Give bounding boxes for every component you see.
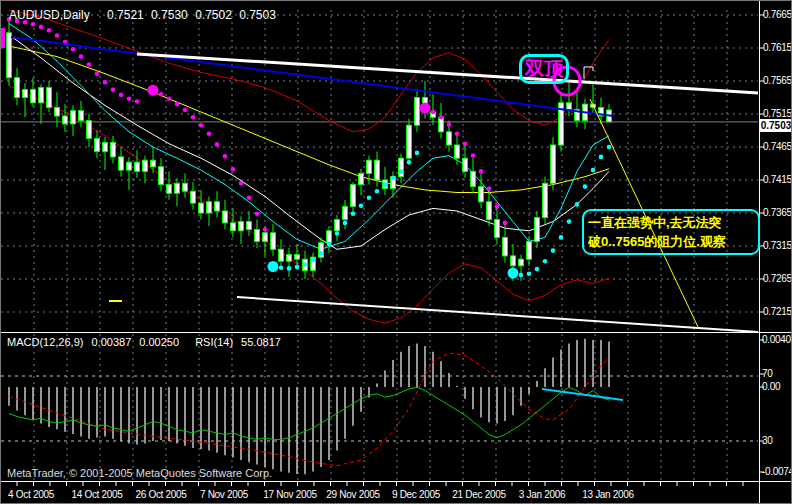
price-label: 0.7365 [763, 207, 792, 219]
indicator-scale-label: 0.00406 [762, 334, 792, 346]
annotation-note-line2: 破0..7565的阻力位.观察 [588, 232, 756, 251]
open-value: 0.7521 [107, 8, 144, 22]
trendline-white-upper[interactable] [137, 54, 758, 93]
price-label: 0.7565 [763, 75, 792, 87]
price-label: 0.7415 [763, 174, 792, 186]
date-label: 3 Jan 2006 [510, 489, 574, 501]
bollinger_lower-line [9, 86, 609, 324]
price-label: 0.7265 [763, 273, 792, 285]
price-label: 0.7315 [763, 240, 792, 252]
date-label: 17 Nov 2005 [258, 489, 322, 501]
date-label: 4 Oct 2005 [0, 489, 63, 501]
indicator-label: MACD(12,26,9) 0.00387 0.00250 RSI(14) 55… [7, 336, 286, 348]
chart-title: AUDUSD,Daily 0.7521 0.7530 0.7502 0.7503 [9, 8, 280, 22]
close-value: 0.7503 [239, 8, 276, 22]
macd-name: MACD(12,26,9) [7, 336, 83, 348]
rsi-value: 55.0817 [241, 336, 281, 348]
ma_fast-line [9, 24, 609, 250]
date-label: 29 Nov 2005 [321, 489, 385, 501]
current-price-tag: 0.7503 [759, 119, 792, 132]
price-label: 0.7515 [763, 108, 792, 120]
double-top-label[interactable]: 双顶 [519, 54, 569, 84]
high-value: 0.7530 [151, 8, 188, 22]
indicator-scale-label: 70 [762, 368, 773, 380]
price-label: 0.7665 [763, 9, 792, 21]
clipped-sar-dot [1, 28, 5, 48]
macd-signal-line [9, 353, 609, 466]
annotation-note-line1: 一直在强势中,去无法突 [588, 213, 756, 232]
annotation-note[interactable]: 一直在强势中,去无法突 破0..7565的阻力位.观察 [582, 209, 760, 255]
indicator-scale-label: 0.00 [762, 381, 780, 393]
symbol-period-label: AUDUSD,Daily [9, 8, 90, 22]
low-value: 0.7502 [195, 8, 232, 22]
rsi-line [9, 387, 609, 439]
date-label: 21 Dec 2005 [447, 489, 511, 501]
indicator-scale-label: -0.00743 [762, 466, 792, 478]
price-label: 0.7615 [763, 42, 792, 54]
date-label: 13 Jan 2006 [576, 489, 640, 501]
rsi-name: RSI(14) [195, 336, 233, 348]
price-label: 0.7215 [763, 306, 792, 318]
copyright-label: MetaTrader, © 2001-2005 MetaQuotes Softw… [7, 467, 272, 479]
macd-value: 0.00387 [91, 336, 131, 348]
date-label: 14 Oct 2005 [65, 489, 129, 501]
trendline-white-lower[interactable] [237, 297, 758, 332]
mt4-chart-window: AUDUSD,Daily 0.7521 0.7530 0.7502 0.7503… [0, 0, 792, 504]
macd-histogram [9, 339, 609, 475]
date-label: 9 Dec 2005 [384, 489, 448, 501]
price-label: 0.7465 [763, 141, 792, 153]
date-label: 7 Nov 2005 [192, 489, 256, 501]
date-label: 26 Oct 2005 [129, 489, 193, 501]
indicator-scale-label: 30 [762, 435, 773, 447]
macd-signal-value: 0.00250 [139, 336, 179, 348]
